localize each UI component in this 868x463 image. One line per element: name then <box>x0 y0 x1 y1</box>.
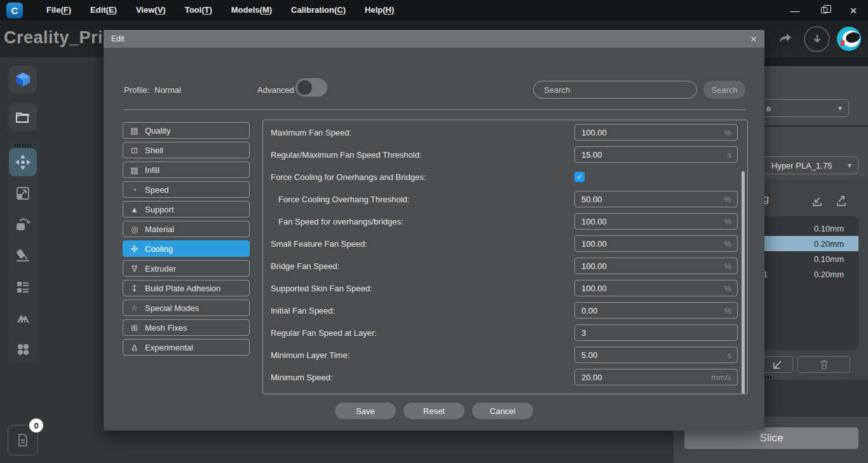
category-label: Mesh Fixes <box>145 323 187 333</box>
move-icon <box>15 154 31 170</box>
object-list-icon <box>15 279 31 294</box>
search-input[interactable] <box>533 81 697 99</box>
layer-row[interactable]: 0.10mm <box>760 251 858 266</box>
open-file-button[interactable] <box>9 103 37 131</box>
setting-row: Small Feature Fan Speed:% <box>263 235 747 252</box>
menu-tool[interactable]: Tool(T) <box>175 0 222 20</box>
setting-checkbox[interactable]: ✓ <box>574 172 585 182</box>
category-special-modes[interactable]: ☆Special Modes <box>123 300 250 316</box>
shell-icon: ⊡ <box>130 146 139 155</box>
category-build-plate-adhesion[interactable]: ↧Build Plate Adhesion <box>123 280 250 296</box>
search-button[interactable]: Search <box>703 81 745 99</box>
setting-input-box: % <box>574 302 738 319</box>
category-mesh-fixes[interactable]: ⊞Mesh Fixes <box>123 319 250 336</box>
layer-height-value: 0.10mm <box>790 254 858 264</box>
scrollbar-thumb[interactable] <box>742 171 745 394</box>
object-list-tool-button[interactable] <box>9 273 37 301</box>
menu-edit[interactable]: Edit(E) <box>81 0 126 20</box>
setting-input[interactable] <box>575 128 724 137</box>
restore-button[interactable] <box>810 0 839 20</box>
download-button[interactable] <box>804 26 830 52</box>
setting-label: Force Cooling Overhang Threshold: <box>263 195 574 204</box>
restore-icon <box>821 7 827 13</box>
close-icon: × <box>850 4 857 17</box>
setting-label: Regular/Maximum Fan Speed Threshold: <box>263 150 574 160</box>
category-infill[interactable]: ▨Infill <box>123 162 250 178</box>
layer-row[interactable]: 0.10mm <box>760 221 858 236</box>
chevron-down-icon: ▾ <box>848 161 851 170</box>
setting-label: Force Cooling for Onerhangs and Bridges: <box>263 172 574 182</box>
category-speed[interactable]: ◔Speed <box>123 181 250 198</box>
category-label: Special Modes <box>145 303 199 313</box>
share-icon[interactable] <box>778 31 793 46</box>
category-support[interactable]: ▲Support <box>123 201 250 218</box>
apps-tool-button[interactable] <box>9 335 37 363</box>
close-window-button[interactable]: × <box>839 0 868 20</box>
setting-input[interactable] <box>575 195 724 204</box>
support-icon: ▲ <box>130 205 139 214</box>
delete-config-button[interactable] <box>797 356 850 373</box>
menu-help[interactable]: Help(H) <box>355 0 403 20</box>
menu-models[interactable]: Models(M) <box>222 0 281 20</box>
layer-row[interactable]: 0.20mm <box>760 236 858 251</box>
setting-input[interactable] <box>575 239 724 249</box>
advanced-toggle[interactable] <box>295 78 327 97</box>
divider <box>124 109 745 110</box>
category-extruder[interactable]: ∇Extruder <box>123 260 250 277</box>
menu-calibration[interactable]: Calibration(C) <box>281 0 355 20</box>
scale-tool-button[interactable] <box>9 179 37 207</box>
setting-label: Small Feature Fan Speed: <box>263 239 574 249</box>
layer-height-value: 0.10mm <box>790 224 858 233</box>
category-label: Build Plate Adhesion <box>145 284 220 293</box>
setting-input[interactable] <box>575 306 724 315</box>
category-material[interactable]: ◎Material <box>123 221 250 237</box>
move-tool-button[interactable] <box>9 148 37 176</box>
menu-file[interactable]: File(F) <box>37 0 81 20</box>
toolbar-drag-handle[interactable] <box>15 144 31 147</box>
layer-row-prefix: 1 <box>760 270 790 279</box>
infill-icon: ▨ <box>130 165 139 175</box>
setting-input[interactable] <box>575 328 737 338</box>
save-button[interactable]: Save <box>335 403 396 419</box>
setting-input[interactable] <box>575 373 711 382</box>
lay-flat-tool-button[interactable] <box>9 242 37 270</box>
setting-input[interactable] <box>575 217 724 226</box>
category-cooling[interactable]: ✣Cooling <box>123 240 250 257</box>
layer-row[interactable]: 10.20mm <box>760 266 858 282</box>
reset-button[interactable]: Reset <box>403 403 465 419</box>
setting-input[interactable] <box>575 350 728 360</box>
import-config-button[interactable] <box>810 195 824 208</box>
setting-label: Minimum Speed: <box>263 373 574 382</box>
cancel-button[interactable]: Cancel <box>472 403 533 419</box>
prepare-workspace-button[interactable] <box>9 66 37 93</box>
setting-unit: % <box>724 239 737 249</box>
menu-view[interactable]: View(V) <box>126 0 175 20</box>
setting-unit: % <box>724 306 737 315</box>
edit-config-button[interactable] <box>763 356 793 373</box>
category-quality[interactable]: ▤Quality <box>123 122 250 139</box>
support-paint-tool-button[interactable] <box>9 304 37 332</box>
apps-icon <box>15 342 31 357</box>
category-label: Experimental <box>145 343 193 352</box>
mesh-fixes-icon: ⊞ <box>130 323 139 333</box>
setting-input[interactable] <box>575 261 724 271</box>
dialog-close-button[interactable]: × <box>750 34 757 45</box>
rotate-tool-button[interactable] <box>9 211 37 238</box>
filament-select-value: Hyper PLA_1.75 <box>771 161 832 170</box>
setting-input[interactable] <box>575 284 724 293</box>
setting-unit: s <box>728 350 738 360</box>
minimize-button[interactable]: — <box>780 0 810 20</box>
setting-input[interactable] <box>575 150 728 160</box>
printer-select[interactable]: e ▾ <box>750 99 849 117</box>
category-experimental[interactable]: ΔExperimental <box>123 339 250 356</box>
export-config-button[interactable] <box>834 195 848 208</box>
setting-row: Force Cooling for Onerhangs and Bridges:… <box>263 169 747 185</box>
setting-row: Fan Speed for overhangs/bridges:% <box>263 213 747 230</box>
filament-select[interactable]: Hyper PLA_1.75 ▾ <box>763 156 858 174</box>
category-label: Shell <box>145 146 163 155</box>
slice-button[interactable]: Slice <box>684 427 858 449</box>
special-modes-icon: ☆ <box>130 303 139 313</box>
avatar[interactable] <box>837 27 861 51</box>
dialog-titlebar[interactable]: Edit × <box>104 30 764 48</box>
category-shell[interactable]: ⊡Shell <box>123 142 250 158</box>
